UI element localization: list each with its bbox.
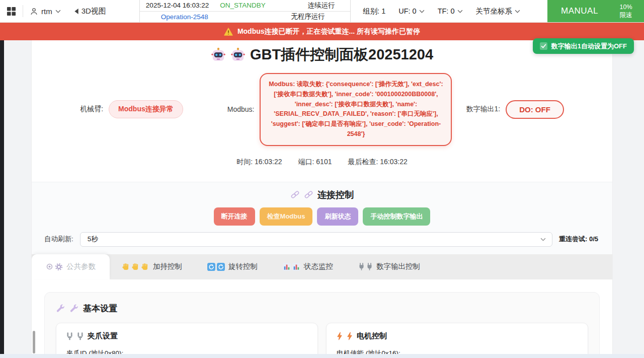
speed-limit: 10% 限速 bbox=[612, 3, 644, 20]
uf-dropdown[interactable]: UF: 0 bbox=[398, 7, 424, 15]
program-status: 无程序运行 bbox=[291, 12, 325, 21]
rotate-icon bbox=[217, 263, 225, 271]
tab-common-params[interactable]: 公共参数 bbox=[32, 254, 110, 279]
info-line: 时间: 16:03:22 端口: 6101 最后检查: 16:03:22 bbox=[32, 158, 612, 167]
lightning-icon bbox=[347, 332, 353, 340]
check-modbus-button[interactable]: 检查Modbus bbox=[260, 207, 313, 226]
chevron-down-icon bbox=[55, 10, 61, 13]
run-status-row-1: 2025-12-04 16:03:22 ON_STANDBY 连续运行 bbox=[140, 0, 350, 12]
retry-counter: 重连尝试: 0/5 bbox=[559, 235, 599, 244]
arm-label: 机械臂: bbox=[80, 105, 103, 114]
motor-enable-label: 电机使能 (地址0x16): bbox=[337, 349, 578, 354]
operation-id[interactable]: Operation-2548 bbox=[161, 13, 208, 21]
tab-status-monitor[interactable]: 状态监控 bbox=[270, 254, 346, 279]
connection-title: 连接控制 bbox=[32, 189, 612, 201]
do-status-pill: DO: OFF bbox=[506, 100, 564, 119]
chevron-down-icon bbox=[515, 10, 520, 13]
link-icon bbox=[304, 190, 313, 199]
status-row: 机械臂: Modbus连接异常 Modbus: Modbus: 读取失败: {'… bbox=[32, 73, 612, 146]
bar-chart-icon bbox=[292, 263, 300, 271]
refresh-status-button[interactable]: 刷新状态 bbox=[317, 207, 358, 226]
lightning-icon bbox=[337, 332, 343, 340]
wrench-icon bbox=[69, 304, 78, 313]
basic-settings-title: 基本设置 bbox=[56, 303, 588, 314]
chevron-down-icon bbox=[419, 10, 425, 13]
arm-status-group: 机械臂: Modbus连接异常 bbox=[80, 100, 183, 118]
page-title: GBT插件控制面板20251204 bbox=[32, 45, 612, 65]
run-status-box: 2025-12-04 16:03:22 ON_STANDBY 连续运行 Oper… bbox=[139, 0, 351, 22]
topbar-left: rtm 3D视图 bbox=[0, 5, 106, 17]
hand-icon bbox=[122, 263, 130, 271]
basic-settings-title-text: 基本设置 bbox=[83, 303, 117, 314]
time-info: 时间: 16:03:22 bbox=[236, 158, 282, 167]
apps-grid-icon[interactable] bbox=[7, 7, 16, 16]
connection-section: 连接控制 断开连接 检查Modbus 刷新状态 手动控制数字输出 自动刷新: 5… bbox=[32, 182, 612, 254]
auto-refresh-select[interactable]: 5秒 bbox=[80, 232, 552, 247]
modbus-error-box: Modbus: 读取失败: {'consequence': ['操作无效'], … bbox=[260, 73, 452, 146]
hand-icon bbox=[132, 263, 140, 271]
manual-do-button[interactable]: 手动控制数字输出 bbox=[363, 207, 430, 226]
tab-grip-control[interactable]: 加持控制 bbox=[110, 254, 195, 279]
motor-card-title-text: 电机控制 bbox=[357, 331, 387, 341]
plugin-panel: GBT插件控制面板20251204 机械臂: Modbus连接异常 Modbus… bbox=[32, 40, 612, 354]
view-3d-toggle[interactable]: 3D视图 bbox=[74, 7, 106, 16]
manual-mode-button[interactable]: MANUAL 10% 限速 bbox=[547, 0, 644, 22]
view-3d-label: 3D视图 bbox=[82, 7, 106, 16]
arm-status-badge: Modbus连接异常 bbox=[109, 100, 183, 118]
warning-icon bbox=[224, 28, 233, 36]
alert-text: Modbus连接已断开，正在尝试重连... 所有读写操作已暂停 bbox=[237, 27, 420, 36]
motor-card-title: 电机控制 bbox=[337, 331, 578, 341]
run-mode: 连续运行 bbox=[308, 1, 335, 10]
connection-buttons: 断开连接 检查Modbus 刷新状态 手动控制数字输出 bbox=[32, 207, 612, 226]
divider bbox=[23, 5, 23, 17]
panel-scrollbar[interactable] bbox=[33, 331, 35, 353]
screen: rtm 3D视图 2025-12-04 16:03:22 ON_STANDBY … bbox=[0, 0, 644, 358]
modbus-alert-banner: Modbus连接已断开，正在尝试重连... 所有读写操作已暂停 bbox=[0, 23, 644, 40]
gripper-card-title: 夹爪设置 bbox=[66, 331, 307, 341]
page-title-text: GBT插件控制面板20251204 bbox=[250, 45, 433, 65]
mode-label: MANUAL bbox=[547, 6, 612, 16]
last-check-info: 最后检查: 16:03:22 bbox=[348, 158, 407, 167]
coord-system-value: 关节坐标系 bbox=[476, 7, 513, 16]
robot-icon bbox=[211, 47, 226, 62]
plug-icon bbox=[358, 262, 365, 271]
datetime: 2025-12-04 16:03:22 bbox=[146, 2, 209, 9]
modbus-status-group: Modbus: Modbus: 读取失败: {'consequence': ['… bbox=[227, 73, 452, 146]
check-icon bbox=[540, 42, 547, 50]
chevron-down-icon bbox=[540, 238, 546, 241]
disconnect-button[interactable]: 断开连接 bbox=[214, 207, 255, 226]
tab-label: 公共参数 bbox=[66, 262, 96, 271]
coord-system-dropdown[interactable]: 关节坐标系 bbox=[476, 7, 521, 16]
chevron-down-icon bbox=[457, 10, 463, 13]
auto-refresh-row: 自动刷新: 5秒 重连尝试: 0/5 bbox=[32, 226, 612, 254]
port-info: 端口: 6101 bbox=[298, 158, 332, 167]
robot-state: ON_STANDBY bbox=[220, 2, 266, 9]
uf-value: UF: 0 bbox=[398, 7, 416, 15]
user-menu[interactable]: rtm bbox=[30, 7, 61, 16]
tf-value: TF: 0 bbox=[438, 7, 455, 15]
bottom-edge bbox=[0, 354, 644, 358]
modbus-label: Modbus: bbox=[227, 105, 255, 113]
tab-label: 加持控制 bbox=[153, 262, 182, 271]
tab-content: 基本设置 夹爪设置 夹爪I bbox=[32, 279, 612, 354]
toast-notification: 数字输出1自动设置为OFF bbox=[533, 38, 634, 54]
auto-refresh-label: 自动刷新: bbox=[44, 235, 73, 244]
gear-outline-icon bbox=[46, 263, 53, 270]
connection-title-text: 连接控制 bbox=[317, 189, 354, 201]
do-label: 数字输出1: bbox=[466, 105, 500, 114]
back-triangle-icon bbox=[74, 9, 78, 14]
tab-label: 状态监控 bbox=[304, 262, 333, 271]
user-icon bbox=[30, 7, 38, 16]
tf-dropdown[interactable]: TF: 0 bbox=[438, 7, 463, 15]
run-status-row-2: Operation-2548 无程序运行 bbox=[140, 12, 350, 23]
gripper-icon bbox=[77, 332, 84, 340]
speed-percent: 10% bbox=[619, 4, 632, 11]
tab-rotate-control[interactable]: 旋转控制 bbox=[195, 254, 270, 279]
plug-icon bbox=[366, 262, 373, 271]
tab-digital-output[interactable]: 数字输出控制 bbox=[346, 254, 433, 279]
hand-icon bbox=[141, 263, 149, 271]
group-label: 组别: 1 bbox=[363, 7, 385, 16]
tab-label: 旋转控制 bbox=[228, 262, 258, 271]
gripper-id-label: 夹爪ID (地址0x80): bbox=[66, 349, 307, 354]
gear-icon bbox=[55, 263, 63, 271]
